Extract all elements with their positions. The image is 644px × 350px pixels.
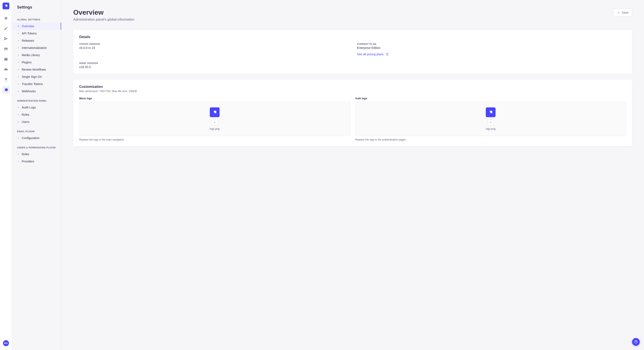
strapi-version-value: v5.0.0-rc.19 — [79, 46, 348, 49]
auth-logo-filename: logo.png — [486, 127, 496, 130]
sidebar-item-media-library[interactable]: Media Library — [12, 51, 61, 59]
node-version-label: NODE VERSION — [79, 62, 348, 64]
plus-icon — [213, 121, 216, 124]
sidebar-group-users-perms: USERS & PERMISSIONS PLUGIN — [12, 145, 61, 151]
sidebar-item-plugins[interactable]: Plugins — [12, 59, 61, 66]
sidebar-item-label: Review Workflows — [22, 68, 46, 71]
page-subtitle: Administration panel's global informatio… — [73, 18, 134, 21]
sidebar-item-audit-logs[interactable]: Audit Logs — [12, 104, 61, 111]
sidebar-group-email: EMAIL PLUGIN — [12, 128, 61, 134]
sidebar-item-label: Configuration — [22, 136, 40, 140]
menu-logo-preview — [210, 107, 220, 117]
plan-label: CURRENT PLAN — [357, 43, 626, 45]
sidebar-item-api-tokens[interactable]: API Tokens — [12, 30, 61, 37]
sidebar-item-users[interactable]: Users — [12, 118, 61, 126]
auth-logo-hint: Replace the logo in the authentication p… — [355, 138, 626, 141]
sidebar-item-label: Internationalization — [22, 46, 47, 49]
sidebar-item-webhooks[interactable]: Webhooks — [12, 88, 61, 95]
menu-logo-add-button[interactable] — [212, 119, 218, 126]
external-link-icon — [386, 53, 389, 56]
customization-heading: Customization — [79, 85, 626, 89]
page-title: Overview — [73, 8, 134, 16]
node-version-value: v18.20.3 — [79, 65, 348, 69]
user-avatar[interactable]: KD — [3, 340, 9, 346]
sidebar-item-releases[interactable]: Releases — [12, 37, 61, 44]
save-button-label: Save — [622, 11, 628, 14]
help-icon — [634, 340, 638, 344]
sidebar-item-label: Roles — [22, 153, 30, 156]
auth-logo-upload[interactable]: logo.png — [355, 102, 626, 136]
sidebar-item-up-providers[interactable]: Providers — [12, 158, 61, 165]
sidebar-group-admin: ADMINISTRATION PANEL — [12, 98, 61, 104]
customization-card: Customization Max dimension: 750×750, Ma… — [73, 80, 632, 146]
menu-logo-upload[interactable]: logo.png — [79, 102, 350, 136]
sidebar-item-roles[interactable]: Roles — [12, 111, 61, 118]
sidebar-item-label: Webhooks — [22, 90, 36, 93]
sidebar-item-label: Roles — [22, 113, 30, 116]
sidebar-item-label: API Tokens — [22, 32, 37, 35]
details-heading: Details — [79, 35, 626, 39]
sidebar-item-transfer-tokens[interactable]: Transfer Tokens — [12, 80, 61, 88]
app-logo[interactable] — [2, 2, 9, 9]
sidebar-item-overview[interactable]: Overview — [12, 22, 61, 30]
sidebar-item-sso[interactable]: Single Sign-On — [12, 73, 61, 80]
nav-home-icon[interactable] — [2, 14, 10, 22]
sidebar-item-label: Audit Logs — [22, 106, 36, 109]
sidebar-item-review-workflows[interactable]: Review Workflows — [12, 66, 61, 73]
sidebar-title: Settings — [12, 5, 61, 12]
sidebar-item-label: Overview — [22, 24, 34, 28]
details-card: Details STRAPI VERSION v5.0.0-rc.19 CURR… — [73, 30, 632, 74]
nav-settings-icon[interactable] — [2, 86, 10, 94]
sidebar-item-label: Single Sign-On — [22, 75, 42, 78]
save-button[interactable]: Save — [613, 8, 632, 16]
settings-sidebar: Settings GLOBAL SETTINGS Overview API To… — [12, 0, 61, 350]
pricing-link-label: See all pricing plans — [357, 52, 384, 56]
auth-logo-preview — [486, 107, 496, 117]
sidebar-item-label: Users — [22, 120, 30, 124]
main-content: Overview Administration panel's global i… — [61, 0, 644, 350]
sidebar-item-label: Transfer Tokens — [22, 82, 43, 86]
customization-sub: Max dimension: 750×750, Max file size: 1… — [79, 90, 626, 93]
menu-logo-filename: logo.png — [210, 127, 220, 130]
main-nav-rail: KD — [0, 0, 12, 350]
nav-send-icon[interactable] — [2, 35, 10, 42]
sidebar-item-up-roles[interactable]: Roles — [12, 151, 61, 158]
auth-logo-label: Auth logo — [355, 97, 626, 100]
plan-value: Enterprise Edition — [357, 46, 626, 49]
sidebar-item-label: Releases — [22, 39, 34, 42]
sidebar-group-global: GLOBAL SETTINGS — [12, 16, 61, 22]
sidebar-item-label: Media Library — [22, 53, 40, 57]
check-icon — [617, 11, 620, 14]
help-button[interactable] — [632, 338, 640, 346]
nav-cloud-icon[interactable] — [2, 65, 10, 73]
svg-rect-3 — [4, 58, 8, 58]
auth-logo-add-button[interactable] — [488, 119, 494, 126]
sidebar-item-email-config[interactable]: Configuration — [12, 134, 61, 142]
menu-logo-label: Menu logo — [79, 97, 350, 100]
nav-marketplace-icon[interactable] — [2, 76, 10, 83]
menu-logo-hint: Replace the logo in the main navigation — [79, 138, 350, 141]
nav-media-icon[interactable] — [2, 45, 10, 53]
sidebar-item-internationalization[interactable]: Internationalization — [12, 44, 61, 51]
nav-layout-icon[interactable] — [2, 55, 10, 63]
svg-point-1 — [5, 48, 6, 49]
nav-content-icon[interactable] — [2, 25, 10, 32]
strapi-version-label: STRAPI VERSION — [79, 43, 348, 45]
pricing-link[interactable]: See all pricing plans — [357, 52, 626, 56]
sidebar-item-label: Providers — [22, 160, 34, 163]
sidebar-item-label: Plugins — [22, 61, 32, 64]
plus-icon — [489, 121, 492, 124]
